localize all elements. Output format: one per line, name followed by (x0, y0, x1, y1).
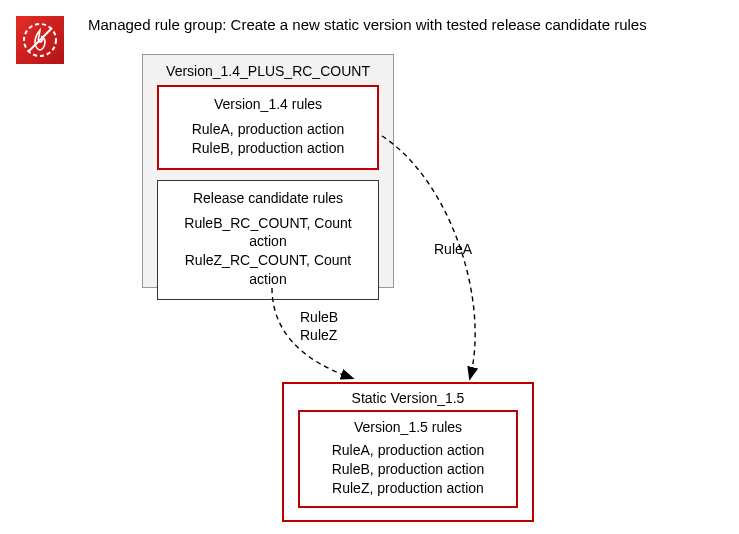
version-14-rules-box: Version_1.4 rules RuleA, production acti… (157, 85, 379, 170)
arrow-right-rule-a: RuleA (434, 240, 472, 258)
version-15-rules-box: Version_1.5 rules RuleA, production acti… (298, 410, 518, 508)
static-version-title: Static Version_1.5 (298, 390, 518, 406)
rc-version-container: Version_1.4_PLUS_RC_COUNT Version_1.4 ru… (142, 54, 394, 288)
version-14-rule-b: RuleB, production action (169, 139, 367, 158)
arrow-left-label: RuleB RuleZ (300, 308, 338, 344)
version-14-rule-a: RuleA, production action (169, 120, 367, 139)
rc-rule-z: RuleZ_RC_COUNT, Count action (168, 251, 368, 289)
version-15-rule-z: RuleZ, production action (310, 479, 506, 498)
release-candidate-title: Release candidate rules (168, 189, 368, 208)
version-15-rule-b: RuleB, production action (310, 460, 506, 479)
diagram-title: Managed rule group: Create a new static … (88, 16, 647, 33)
shield-fire-icon (20, 20, 60, 60)
rc-rule-b: RuleB_RC_COUNT, Count action (168, 214, 368, 252)
version-15-rules-title: Version_1.5 rules (310, 418, 506, 437)
release-candidate-box: Release candidate rules RuleB_RC_COUNT, … (157, 180, 379, 300)
waf-logo-icon (16, 16, 64, 64)
rc-container-title: Version_1.4_PLUS_RC_COUNT (157, 63, 379, 79)
arrow-left-rule-z: RuleZ (300, 326, 338, 344)
arrow-right-label: RuleA (434, 240, 472, 258)
arrow-left-rule-b: RuleB (300, 308, 338, 326)
version-14-rules-title: Version_1.4 rules (169, 95, 367, 114)
static-version-container: Static Version_1.5 Version_1.5 rules Rul… (282, 382, 534, 522)
version-15-rule-a: RuleA, production action (310, 441, 506, 460)
